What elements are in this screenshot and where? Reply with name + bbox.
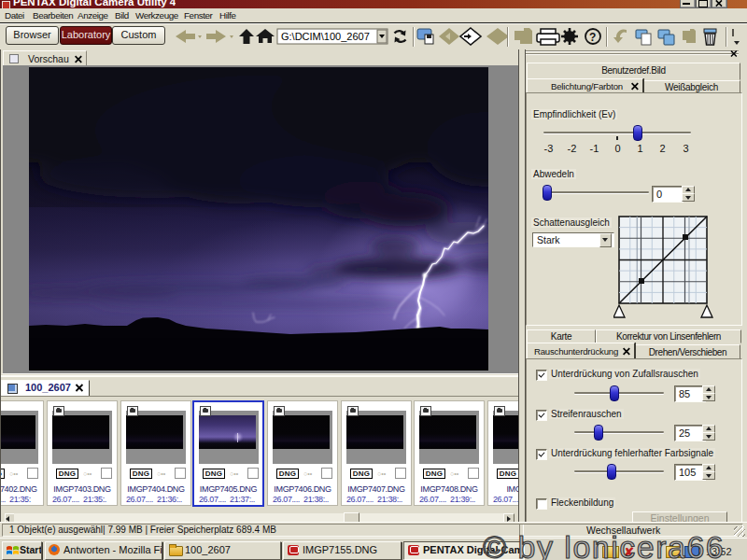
svg-text:?: ? (589, 31, 596, 44)
svg-text:G:\DCIM\100_2607: G:\DCIM\100_2607 (281, 31, 370, 42)
